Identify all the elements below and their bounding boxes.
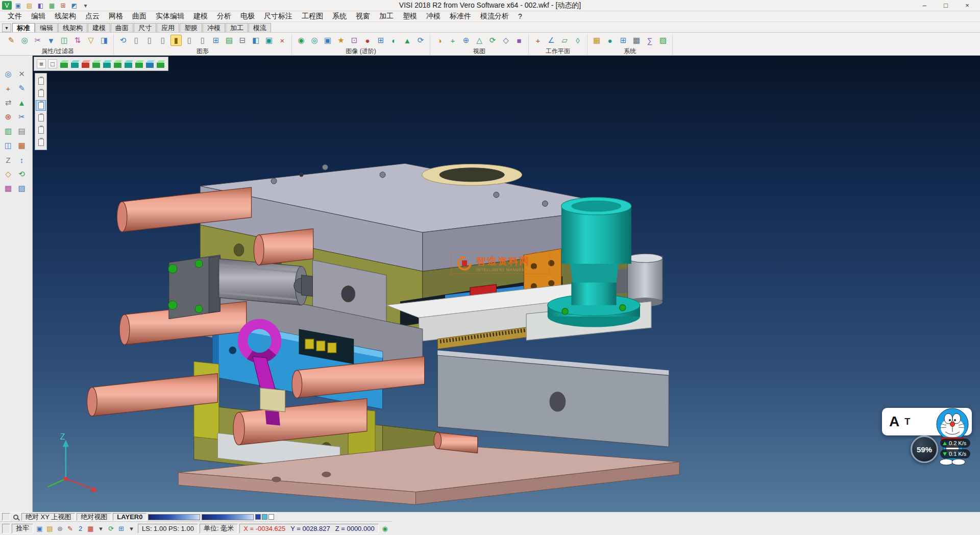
- side-tool-icon[interactable]: ◇: [3, 169, 13, 179]
- side-tool-icon[interactable]: ✂: [17, 112, 27, 122]
- view-cube-icon[interactable]: [92, 63, 100, 68]
- menu-item[interactable]: 曲面: [128, 11, 151, 21]
- toolbar-icon[interactable]: ∑: [644, 35, 655, 46]
- toolbar-icon[interactable]: ◎: [19, 35, 30, 46]
- view-cube-icon[interactable]: [60, 63, 68, 68]
- toolbar-icon[interactable]: ⊞: [375, 35, 386, 46]
- view-cube-icon[interactable]: [71, 63, 79, 68]
- toolbar-icon[interactable]: +: [447, 35, 458, 46]
- clipboard-slot[interactable]: [36, 76, 45, 86]
- toolbar-icon[interactable]: ◎: [309, 35, 320, 46]
- side-tool-icon[interactable]: ✎: [17, 83, 27, 93]
- toolbar-icon[interactable]: ⊞: [210, 35, 222, 46]
- quick-access-icon[interactable]: V: [2, 1, 12, 10]
- status-globe-icon[interactable]: ◉: [380, 524, 390, 533]
- status-icon[interactable]: ▾: [127, 524, 136, 533]
- side-tool-icon[interactable]: ▥: [3, 126, 13, 136]
- menu-item[interactable]: 尺寸标注: [259, 11, 297, 21]
- toolbar-tab[interactable]: 模流: [249, 23, 271, 32]
- toolbar-tab[interactable]: 应用: [157, 23, 179, 32]
- status-icon[interactable]: ✎: [65, 524, 75, 533]
- toolbar-icon[interactable]: ▤: [224, 35, 235, 46]
- toolbar-tab[interactable]: 塑膜: [180, 23, 202, 32]
- clipboard-slot[interactable]: [36, 88, 45, 98]
- menu-item[interactable]: 视窗: [351, 11, 375, 21]
- toolbar-icon[interactable]: △: [474, 35, 485, 46]
- menu-item[interactable]: 电极: [236, 11, 259, 21]
- toolbar-icon[interactable]: ◊: [572, 35, 583, 46]
- side-tool-icon[interactable]: ⊛: [3, 112, 13, 122]
- zoom-search-icon[interactable]: [13, 515, 18, 520]
- menu-item[interactable]: 塑模: [398, 11, 422, 21]
- toolbar-icon[interactable]: ▦: [591, 35, 602, 46]
- toolbar-icon[interactable]: ⊡: [349, 35, 360, 46]
- menu-item[interactable]: 编辑: [27, 11, 50, 21]
- view-cube-icon[interactable]: [135, 63, 143, 68]
- toolbar-tab[interactable]: 曲面: [111, 23, 133, 32]
- quick-access-icon[interactable]: ◧: [36, 1, 45, 10]
- toolbar-icon[interactable]: ⟳: [415, 35, 426, 46]
- color-swatch[interactable]: [262, 514, 267, 520]
- layer-field[interactable]: LAYER0: [113, 513, 146, 521]
- toolbar-icon[interactable]: ▣: [263, 35, 275, 46]
- toolbar-icon[interactable]: ▱: [559, 35, 570, 46]
- view-window-icon[interactable]: □: [48, 59, 57, 68]
- toolbar-icon[interactable]: ◐: [388, 35, 400, 46]
- volume-percent-widget[interactable]: 59%: [911, 435, 938, 463]
- toolbar-icon[interactable]: ▣: [322, 35, 333, 46]
- toolbar-icon[interactable]: ●: [362, 35, 373, 46]
- toolbar-icon[interactable]: ✂: [32, 35, 43, 46]
- toolbar-icon[interactable]: ⊟: [237, 35, 248, 46]
- side-tool-icon[interactable]: ⇄: [3, 98, 13, 108]
- view-cube-icon[interactable]: [103, 63, 111, 68]
- view-cube-icon[interactable]: [157, 63, 164, 68]
- toolbar-icon[interactable]: ▯: [131, 35, 142, 46]
- side-tool-icon[interactable]: ⟲: [17, 169, 27, 179]
- scale-field[interactable]: LS: 1.00 PS: 1.00: [138, 524, 198, 533]
- side-tool-icon[interactable]: ▧: [17, 183, 27, 193]
- side-tool-icon[interactable]: ↕: [17, 155, 27, 165]
- toolbar-icon[interactable]: ▯: [184, 35, 195, 46]
- toolbar-icon[interactable]: ⊞: [618, 35, 629, 46]
- toolbar-icon[interactable]: ×: [277, 35, 288, 46]
- side-tool-icon[interactable]: ▦: [17, 140, 27, 151]
- clipboard-slot[interactable]: [36, 113, 45, 123]
- menu-item[interactable]: 系统: [328, 11, 351, 21]
- zoom-indicator-bar[interactable]: [202, 514, 254, 520]
- toolbar-icon[interactable]: ◑: [434, 35, 445, 46]
- quick-access-icon[interactable]: ▣: [13, 1, 23, 10]
- menu-item[interactable]: 线架构: [50, 11, 81, 21]
- side-tool-icon[interactable]: ◫: [3, 140, 13, 151]
- clipboard-slot[interactable]: [36, 137, 45, 147]
- annotate-title-tool[interactable]: T: [904, 417, 910, 427]
- minimize-button[interactable]: –: [914, 1, 935, 11]
- quick-access-icon[interactable]: ▾: [81, 1, 90, 10]
- lod-indicator-bar[interactable]: [148, 514, 200, 520]
- toolbar-tab[interactable]: 标准: [12, 23, 35, 32]
- toolbar-icon[interactable]: ✎: [6, 35, 17, 46]
- toolbar-icon[interactable]: ▯: [197, 35, 208, 46]
- maximize-button[interactable]: □: [935, 1, 957, 11]
- toolbar-tab[interactable]: 编辑: [35, 23, 58, 32]
- status-icon[interactable]: 2: [76, 524, 85, 533]
- view-cube-icon[interactable]: [146, 63, 154, 68]
- menu-item[interactable]: 网格: [104, 11, 128, 21]
- toolbar-icon[interactable]: ▼: [45, 35, 57, 46]
- menu-item[interactable]: 工程图: [297, 11, 328, 21]
- toolbar-icon[interactable]: ◫: [59, 35, 70, 46]
- toolbar-icon[interactable]: ▨: [657, 35, 669, 46]
- toolbar-icon[interactable]: ★: [335, 35, 347, 46]
- toolbar-tab[interactable]: 尺寸: [134, 23, 156, 32]
- tab-list-dropdown[interactable]: ▾: [2, 23, 11, 32]
- view-cube-icon[interactable]: [82, 63, 89, 68]
- view-menu-icon[interactable]: ≡: [37, 59, 46, 68]
- side-tool-icon[interactable]: ▩: [3, 183, 13, 193]
- status-icon[interactable]: ⟳: [106, 524, 116, 533]
- menu-item[interactable]: 加工: [375, 11, 398, 21]
- toolbar-icon[interactable]: +: [532, 35, 544, 46]
- units-field[interactable]: 单位: 毫米: [200, 524, 238, 533]
- snap-lock-field[interactable]: 拴牢: [12, 524, 33, 533]
- toolbar-icon[interactable]: ⟲: [117, 35, 129, 46]
- menu-item[interactable]: 模流分析: [476, 11, 513, 21]
- toolbar-icon[interactable]: ▯: [157, 35, 168, 46]
